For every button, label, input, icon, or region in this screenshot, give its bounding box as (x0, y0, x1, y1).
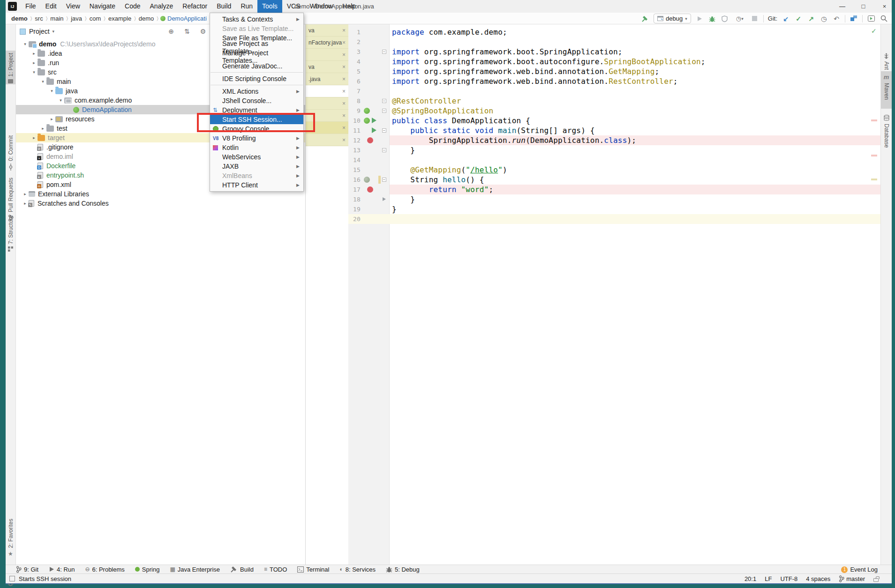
stripe-item----favorites[interactable]: 2: Favorites★ (6, 516, 15, 558)
toolwindow-button-9--git[interactable]: 9: Git (16, 566, 38, 573)
menu-item-v8-profiling[interactable]: V8V8 Profiling▶ (210, 134, 303, 143)
git-push-icon[interactable]: ↗ (807, 15, 815, 23)
build-hammer-icon[interactable] (641, 15, 649, 23)
breakpoint-icon[interactable] (367, 186, 373, 193)
editor-tab[interactable]: × (306, 97, 348, 110)
menu-item-manage-project-templates---[interactable]: Manage Project Templates... (210, 52, 303, 61)
breadcrumb-item[interactable]: src (34, 15, 44, 22)
menu-build[interactable]: Build (212, 0, 236, 13)
error-stripe-mark[interactable] (871, 155, 877, 156)
code-editor[interactable]: 1package com.example.demo;23−import org.… (348, 27, 880, 224)
editor-tab[interactable]: va× (306, 61, 348, 73)
close-icon[interactable]: × (342, 39, 346, 46)
event-log-widget[interactable]: 1 Event Log (841, 565, 878, 574)
search-everywhere-icon[interactable] (880, 15, 888, 23)
stripe-item----commit[interactable]: 0: Commit (6, 133, 15, 171)
menu-analyze[interactable]: Analyze (145, 0, 178, 13)
caret-position[interactable]: 20:1 (745, 575, 756, 582)
maximize-button[interactable]: □ (853, 0, 874, 13)
menu-item-http-client[interactable]: HTTP Client▶ (210, 180, 303, 190)
breadcrumb-item[interactable]: main (49, 15, 64, 22)
menu-run[interactable]: Run (236, 0, 257, 13)
lock-icon[interactable] (873, 578, 879, 582)
run-gutter-icon[interactable] (372, 118, 376, 123)
fold-marker-icon[interactable]: − (382, 148, 386, 152)
menu-code[interactable]: Code (120, 0, 145, 13)
close-icon[interactable]: × (342, 88, 346, 95)
editor-tab[interactable]: × (306, 85, 348, 97)
profiler-button[interactable]: ◷▾ (733, 15, 746, 23)
stripe-item----project[interactable]: 1: Project (6, 51, 15, 84)
rollback-icon[interactable]: ↶ (832, 15, 841, 23)
stop-button[interactable] (751, 15, 759, 23)
indent-setting[interactable]: 4 spaces (806, 575, 830, 582)
editor-tab[interactable]: va× (306, 24, 348, 37)
editor-tab[interactable]: × (306, 49, 348, 61)
menu-item-webservices[interactable]: WebServices▶ (210, 152, 303, 162)
run-configuration-combo[interactable]: debug▾ (654, 14, 691, 23)
git-update-icon[interactable]: ↙ (782, 15, 790, 23)
menu-item-generate-javadoc---[interactable]: Generate JavaDoc... (210, 61, 303, 71)
breadcrumb-item[interactable]: demo (138, 15, 155, 22)
stripe-item-database[interactable]: Database (881, 112, 892, 156)
locate-icon[interactable]: ⊕ (167, 27, 175, 36)
editor-tab[interactable]: .java× (306, 73, 348, 85)
tree-row-scratches-and-consoles[interactable]: ▸✎Scratches and Consoles (16, 199, 305, 208)
toolwindow-switcher-icon[interactable] (9, 576, 15, 581)
menu-item-jaxb[interactable]: JAXB▶ (210, 162, 303, 171)
editor-tab[interactable]: × (306, 134, 348, 146)
fold-marker-icon[interactable]: − (382, 99, 386, 103)
stripe-item----structure[interactable]: 7: Structure (6, 213, 15, 250)
minimize-button[interactable]: — (832, 0, 853, 13)
menu-item-ide-scripting-console[interactable]: IDE Scripting Console (210, 74, 303, 83)
run-anything-icon[interactable] (867, 15, 875, 23)
breadcrumb-item[interactable]: java (70, 15, 83, 22)
menu-item-xml-actions[interactable]: XML Actions▶ (210, 87, 303, 96)
close-icon[interactable]: × (342, 52, 346, 58)
close-button[interactable]: × (874, 0, 895, 13)
menu-navigate[interactable]: Navigate (85, 0, 120, 13)
menu-item-tasks---contexts[interactable]: Tasks & Contexts▶ (210, 15, 303, 24)
collapse-all-icon[interactable]: ⇅ (183, 27, 191, 36)
breadcrumb-item[interactable]: com (89, 15, 102, 22)
toolwindow-button-8--services[interactable]: ◐8: Services (339, 566, 376, 573)
coverage-button[interactable] (721, 15, 729, 23)
close-icon[interactable]: × (342, 100, 346, 107)
toolwindow-button-spring[interactable]: Spring (135, 566, 160, 573)
menu-tools[interactable]: Tools (257, 0, 282, 13)
run-gutter-icon[interactable] (372, 127, 376, 133)
menu-file[interactable]: File (21, 0, 41, 13)
git-commit-icon[interactable]: ✓ (794, 15, 803, 23)
file-encoding[interactable]: UTF-8 (780, 575, 797, 582)
breadcrumb-item[interactable]: example (107, 15, 132, 22)
close-icon[interactable]: × (342, 112, 346, 119)
history-icon[interactable]: ◷ (820, 15, 828, 23)
menu-item-kotlin[interactable]: Kotlin▶ (210, 143, 303, 152)
breadcrumb-item[interactable]: demo (10, 15, 29, 22)
debug-button[interactable] (708, 15, 716, 23)
gear-icon[interactable]: ⚙ (199, 27, 207, 36)
close-icon[interactable]: × (342, 125, 346, 131)
toolwindow-button-5--debug[interactable]: 5: Debug (386, 566, 420, 573)
toolwindow-button-todo[interactable]: ≡TODO (264, 566, 287, 573)
fold-marker-icon[interactable]: − (382, 109, 386, 113)
toolwindow-button-build[interactable]: Build (230, 566, 254, 573)
line-separator[interactable]: LF (765, 575, 772, 582)
inspections-ok-icon[interactable]: ✓ (871, 27, 877, 35)
close-icon[interactable]: × (342, 76, 346, 82)
git-branch-widget[interactable]: master (839, 575, 865, 582)
fold-marker-icon[interactable]: − (382, 128, 386, 133)
menu-view[interactable]: View (61, 0, 85, 13)
run-button[interactable] (695, 15, 704, 23)
collapsed-region-icon[interactable] (383, 197, 386, 201)
toolwindow-button-terminal[interactable]: Terminal (297, 566, 329, 573)
project-structure-icon[interactable] (850, 15, 858, 23)
toolwindow-button-4--run[interactable]: 4: Run (49, 566, 75, 573)
toolwindow-button-6--problems[interactable]: ⊖6: Problems (85, 566, 124, 573)
close-icon[interactable]: × (342, 27, 346, 34)
close-icon[interactable]: × (342, 64, 346, 70)
close-icon[interactable]: × (342, 137, 346, 143)
fold-marker-icon[interactable]: − (382, 50, 386, 54)
menu-item-jshell-console---[interactable]: JShell Console... (210, 96, 303, 105)
fold-marker-icon[interactable]: − (382, 178, 386, 182)
